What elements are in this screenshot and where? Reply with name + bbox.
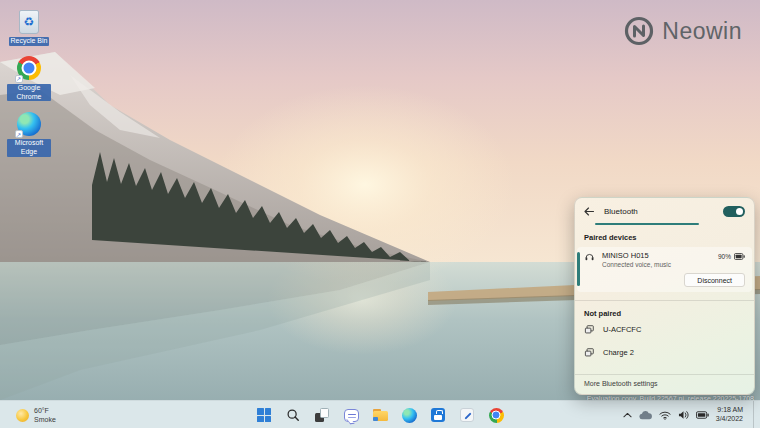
taskbar-center-icons (253, 401, 507, 428)
system-tray: 9:18 AM 3/4/2022 (623, 401, 756, 428)
desktop-screen: Neowin ♻ Recycle Bin ↗ Google Chrome ↗ M… (0, 0, 760, 428)
onedrive-cloud-icon (639, 411, 652, 420)
neowin-logo: Neowin (624, 16, 742, 46)
task-view-icon (315, 408, 329, 422)
microsoft-store-button[interactable] (427, 404, 449, 426)
onedrive-tray-button[interactable] (639, 411, 652, 420)
volume-icon (678, 410, 689, 420)
battery-percent: 90% (718, 253, 731, 260)
neowin-logo-icon (624, 16, 654, 46)
taskbar: 60°F Smoke (0, 400, 760, 428)
desktop-icon-label: Google Chrome (7, 84, 51, 102)
battery-icon (734, 253, 745, 260)
headphones-icon (584, 251, 595, 262)
device-action-row: Disconnect (584, 273, 745, 287)
snipping-tool-icon (460, 408, 474, 422)
paired-device-row: MINISO H015 Connected voice, music 90% (584, 251, 745, 268)
unpaired-device-name: Charge 2 (603, 348, 634, 357)
recycle-bin-icon: ♻ (16, 8, 43, 35)
weather-text: 60°F Smoke (34, 406, 56, 424)
file-explorer-icon (373, 409, 388, 421)
chrome-icon: ↗ (16, 55, 43, 82)
sun-icon (16, 409, 29, 422)
chrome-button[interactable] (485, 404, 507, 426)
weather-condition: Smoke (34, 415, 56, 424)
toggle-knob (736, 208, 743, 215)
desktop-icon-google-chrome[interactable]: ↗ Google Chrome (4, 55, 54, 102)
device-icon (584, 347, 595, 358)
task-view-button[interactable] (311, 404, 333, 426)
search-icon (286, 408, 300, 422)
wifi-icon (659, 411, 671, 420)
selection-accent-bar (577, 252, 580, 286)
shortcut-arrow-icon: ↗ (15, 75, 23, 83)
weather-temp: 60°F (34, 406, 56, 415)
tray-overflow-button[interactable] (623, 412, 632, 418)
battery-tray-icon (696, 411, 709, 419)
weather-widget[interactable]: 60°F Smoke (10, 401, 62, 428)
chat-icon (344, 409, 359, 422)
edge-taskbar-icon (402, 408, 417, 423)
paired-device-card[interactable]: MINISO H015 Connected voice, music 90% D… (577, 247, 752, 292)
chrome-taskbar-icon (489, 408, 504, 423)
bluetooth-toggle[interactable] (723, 206, 745, 217)
bluetooth-flyout: Bluetooth Paired devices MINISO H015 Con… (574, 197, 755, 395)
network-tray-button[interactable] (659, 411, 671, 420)
clock-widget[interactable]: 9:18 AM 3/4/2022 (716, 406, 746, 424)
snipping-tool-button[interactable] (456, 404, 478, 426)
shortcut-arrow-icon: ↗ (15, 130, 23, 138)
back-arrow-icon[interactable] (584, 207, 597, 216)
desktop-icon-label: Recycle Bin (9, 37, 50, 46)
chat-button[interactable] (340, 404, 362, 426)
store-icon (431, 408, 445, 422)
chevron-up-icon (623, 412, 632, 418)
unpaired-device-name: U-ACFCFC (603, 325, 641, 334)
edge-icon: ↗ (16, 110, 43, 137)
desktop-icon-label: Microsoft Edge (7, 139, 51, 157)
device-icon (584, 324, 595, 335)
paired-device-name: MINISO H015 (602, 251, 671, 260)
paired-devices-header: Paired devices (575, 233, 754, 242)
desktop-icon-list: ♻ Recycle Bin ↗ Google Chrome ↗ Microsof… (4, 8, 54, 157)
tray-time: 9:18 AM (716, 406, 743, 415)
desktop-icon-recycle-bin[interactable]: ♻ Recycle Bin (4, 8, 54, 46)
nav-underline (595, 223, 699, 225)
volume-tray-button[interactable] (678, 410, 689, 420)
flyout-footer: More Bluetooth settings (575, 366, 754, 394)
divider (575, 300, 754, 301)
unpaired-device-row[interactable]: Charge 2 (575, 341, 754, 364)
bluetooth-panel-title: Bluetooth (604, 207, 638, 216)
file-explorer-button[interactable] (369, 404, 391, 426)
paired-device-texts: MINISO H015 Connected voice, music (602, 251, 671, 268)
desktop-icon-microsoft-edge[interactable]: ↗ Microsoft Edge (4, 110, 54, 157)
start-icon (257, 408, 271, 422)
more-bluetooth-settings-link[interactable]: More Bluetooth settings (575, 375, 754, 394)
paired-device-status: Connected voice, music (602, 261, 671, 268)
bluetooth-flyout-header: Bluetooth (575, 205, 754, 218)
device-battery: 90% (718, 251, 745, 260)
battery-tray-button[interactable] (696, 411, 709, 419)
not-paired-header: Not paired (575, 309, 754, 318)
tray-date: 3/4/2022 (716, 415, 743, 424)
show-desktop-button[interactable] (753, 401, 756, 428)
neowin-brand-text: Neowin (662, 18, 742, 45)
unpaired-device-row[interactable]: U-ACFCFC (575, 318, 754, 341)
start-button[interactable] (253, 404, 275, 426)
search-button[interactable] (282, 404, 304, 426)
disconnect-button[interactable]: Disconnect (684, 273, 745, 287)
edge-button[interactable] (398, 404, 420, 426)
